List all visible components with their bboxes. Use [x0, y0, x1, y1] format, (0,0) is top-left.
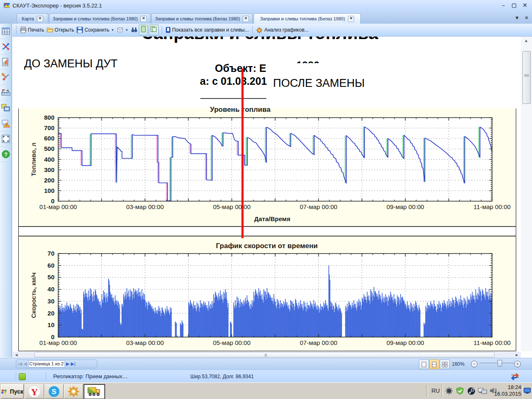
sidebar-tools-button[interactable]: [0, 70, 12, 85]
replicator-status-text: Репликатор: Прием данных…: [53, 373, 128, 379]
tab-close-icon[interactable]: ✕: [525, 15, 529, 21]
tray-agent-icon[interactable]: [445, 387, 453, 395]
coordinates-text: Шир.53,7082, Долг. 86,9341: [190, 374, 254, 379]
shuffle-arrows-icon: [2, 42, 10, 51]
before-replacement-label: ДО ЗАМЕНЫ ДУТ: [24, 57, 118, 70]
svg-text:07-мар 00:00: 07-мар 00:00: [300, 339, 337, 346]
truck-icon: [87, 387, 101, 397]
maximize-button[interactable]: ▢: [510, 2, 519, 9]
svg-text:50: 50: [47, 273, 54, 281]
show-desktop-icon[interactable]: [524, 388, 531, 394]
view-mode-single-button[interactable]: [419, 360, 429, 369]
view-mode-grid-button[interactable]: [440, 360, 450, 369]
tab-close-button[interactable]: ✕: [243, 16, 249, 22]
svg-text:03-мар 00:00: 03-мар 00:00: [126, 203, 164, 210]
svg-text:?: ?: [4, 151, 7, 158]
sidebar-help-button[interactable]: ?: [0, 147, 12, 162]
svg-text:100: 100: [44, 187, 54, 194]
tray-steam-icon[interactable]: [467, 387, 475, 395]
tab-report-3[interactable]: Заправки и сливы топлива (Белаз 1980)✕: [254, 13, 361, 24]
tab-label: Карта: [22, 16, 34, 21]
zoom-in-button[interactable]: +: [514, 361, 521, 367]
tab-bar: ▼ ✕ Карта✕Заправки и сливы топлива (Бела…: [0, 12, 532, 24]
view-single-page-button[interactable]: [139, 25, 148, 35]
next-page-button[interactable]: ▶: [66, 361, 69, 367]
sidebar-alerts-button[interactable]: [0, 116, 12, 131]
print-button[interactable]: Печать: [19, 25, 45, 34]
svg-text:20: 20: [47, 310, 54, 317]
save-button[interactable]: Сохранить ▼: [75, 25, 116, 34]
taskbar: Пуск Y S RU 18:24 16.03.2015: [0, 382, 532, 399]
object-label-fragment: Объект: Е: [215, 62, 266, 74]
svg-text:График скорости от времени: График скорости от времени: [216, 242, 318, 250]
sidebar-routes-button[interactable]: [0, 39, 12, 54]
tools-icon: [2, 73, 10, 81]
vertical-scrollbar-thumb[interactable]: [522, 51, 531, 104]
zoom-slider-track[interactable]: [479, 363, 515, 363]
show-all-refuels-button[interactable]: Показать все заправки и сливы...: [164, 25, 250, 34]
svg-text:11-мар 00:00: 11-мар 00:00: [473, 203, 510, 210]
horizontal-scrollbar-thumb[interactable]: [34, 352, 495, 357]
horizontal-scrollbar[interactable]: ◄ ►: [12, 352, 521, 358]
scroll-up-arrow[interactable]: ▲: [524, 38, 528, 43]
svg-text:11-мар 00:00: 11-мар 00:00: [473, 339, 510, 346]
sidebar-table-button[interactable]: [0, 24, 12, 39]
save-dropdown-arrow[interactable]: ▼: [111, 28, 114, 32]
taskbar-settings-button[interactable]: [64, 384, 83, 399]
sidebar-report-button[interactable]: [0, 54, 12, 70]
last-page-button[interactable]: ▶|: [71, 361, 75, 367]
sidebar-monitoring-button[interactable]: [0, 101, 12, 116]
language-indicator[interactable]: RU: [431, 387, 440, 394]
svg-text:Скорость, км/ч: Скорость, км/ч: [30, 272, 37, 318]
scroll-right-arrow[interactable]: ►: [515, 353, 519, 357]
sidebar-measure-button[interactable]: [0, 85, 12, 101]
windows-logo-icon: [1, 388, 8, 395]
tray-clock[interactable]: 18:24 16.03.2015: [494, 384, 521, 397]
tab-close-button[interactable]: ✕: [348, 16, 354, 22]
expand-icon: [2, 135, 10, 143]
sidebar-fullscreen-button[interactable]: [0, 131, 12, 147]
vertical-scrollbar[interactable]: ▲: [521, 37, 532, 351]
find-button[interactable]: [130, 25, 139, 34]
app-icon: [4, 2, 11, 9]
zoom-out-button[interactable]: −: [471, 361, 478, 367]
export-button[interactable]: ▼: [116, 25, 130, 34]
tab-map[interactable]: Карта✕: [17, 13, 48, 24]
app-window: СКАУТ-Эксплорер - версия 3.5.22.1 – ▢ ✕ …: [0, 0, 532, 399]
multi-page-grid-icon: [442, 362, 448, 367]
tray-antivirus-icon[interactable]: [456, 387, 464, 395]
taskbar-skype-button[interactable]: S: [44, 384, 64, 399]
first-page-button[interactable]: |◀: [17, 361, 22, 367]
tray-network-icon[interactable]: [478, 387, 487, 394]
prev-page-button[interactable]: ◀: [23, 361, 27, 367]
tab-close-button[interactable]: ✕: [37, 16, 43, 22]
tab-report-1[interactable]: Заправки и сливы топлива (Белаз 1980)✕: [49, 13, 150, 24]
open-button[interactable]: Открыть: [45, 25, 75, 34]
svg-text:500: 500: [44, 145, 54, 152]
close-button[interactable]: ✕: [520, 2, 530, 9]
orange-gear-icon: [67, 385, 80, 398]
tab-close-button[interactable]: ✕: [140, 16, 147, 22]
view-multi-page-button[interactable]: [149, 25, 159, 35]
tab-label: Заправки и сливы топлива (Белаз 1980): [53, 16, 138, 21]
taskbar-scout-button[interactable]: [84, 384, 105, 399]
minimize-button[interactable]: –: [499, 2, 508, 9]
zoom-slider-thumb[interactable]: [498, 360, 502, 367]
help-icon: ?: [2, 150, 10, 158]
start-button[interactable]: Пуск: [1, 384, 24, 399]
page-number-field[interactable]: Страница 1 из 2: [28, 360, 65, 367]
export-dropdown-arrow[interactable]: ▼: [125, 28, 128, 32]
tab-menu-icon[interactable]: ▼: [515, 15, 520, 21]
view-mode-fit-button[interactable]: [429, 360, 439, 369]
window-title: СКАУТ-Эксплорер - версия 3.5.22.1: [12, 2, 102, 9]
zoom-level-label: 160%: [452, 361, 465, 367]
start-label: Пуск: [10, 388, 23, 395]
sync-arrows-icon: [510, 372, 520, 380]
svg-text:Y: Y: [31, 387, 38, 397]
tray-separator-1: [426, 384, 428, 397]
taskbar-yandex-button[interactable]: Y: [25, 384, 44, 399]
scroll-left-arrow[interactable]: ◄: [15, 353, 18, 357]
toolbar-grip: [16, 26, 17, 34]
tab-report-2[interactable]: Заправки и сливы топлива (Белаз 1980)✕: [151, 13, 253, 24]
chart-analysis-button[interactable]: Анализ графиков...: [255, 25, 310, 35]
